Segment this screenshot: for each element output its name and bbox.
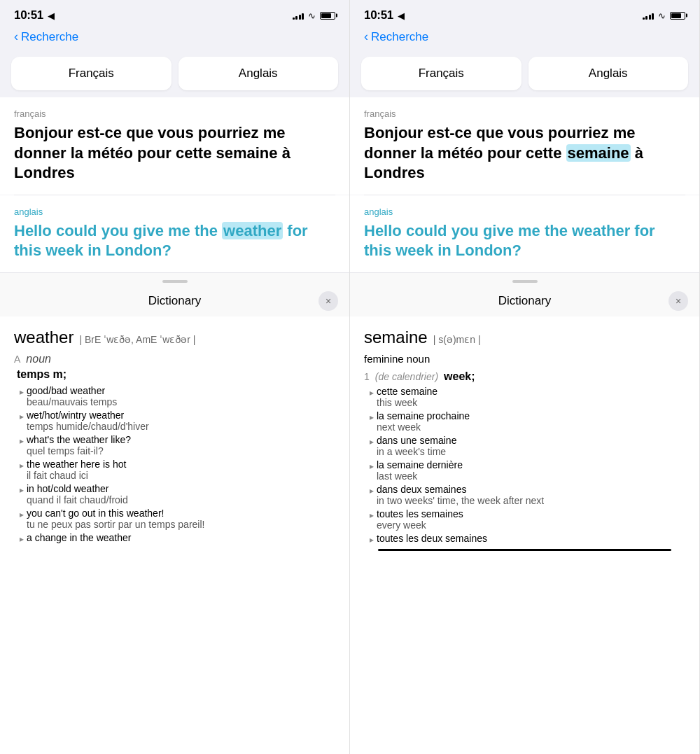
dict-pos-letter-left: A xyxy=(14,354,20,365)
dict-pronunciation-left: | BrE ˈwɛðə, AmE ˈwɛðər | xyxy=(79,334,195,345)
dict-word-line-right: semaine | s(ə)mɛn | xyxy=(364,328,685,347)
english-lang-label-left: anglais xyxy=(14,207,335,217)
dict-content-right: semaine | s(ə)mɛn | feminine noun 1 (de … xyxy=(350,316,699,754)
time-right: 10:51 xyxy=(364,8,393,22)
english-section-left: anglais Hello could you give me the weat… xyxy=(0,195,349,272)
list-item: ▸ in hot/cold weather quand il fait chau… xyxy=(14,483,335,505)
bullet-icon: ▸ xyxy=(370,461,374,471)
bullet-icon: ▸ xyxy=(20,534,24,544)
english-lang-label-right: anglais xyxy=(364,207,685,217)
bullet-icon: ▸ xyxy=(20,485,24,495)
list-item: ▸ good/bad weather beau/mauvais temps xyxy=(14,385,335,407)
list-item: ▸ cette semaine this week xyxy=(364,386,685,408)
dict-numbered-section-right: 1 (de calendrier) week; ▸ cette semaine … xyxy=(364,370,685,545)
back-label-right: Recherche xyxy=(371,30,428,44)
dict-pos-section-left: A noun temps m; ▸ good/bad weather beau/… xyxy=(14,353,335,544)
french-highlight-right: semaine xyxy=(566,144,631,162)
list-item: ▸ a change in the weather xyxy=(14,532,335,544)
dict-word-right: semaine xyxy=(364,328,428,347)
dict-handle-area-right: Dictionary × xyxy=(350,272,699,316)
back-button-right[interactable]: ‹ Recherche xyxy=(364,29,685,44)
tab-francais-right[interactable]: Français xyxy=(361,57,522,90)
bullet-icon: ▸ xyxy=(20,436,24,446)
dict-num-translation-right: week; xyxy=(444,370,475,383)
status-icons-left: ∿ xyxy=(293,11,336,21)
list-item: ▸ dans deux semaines in two weeks' time,… xyxy=(364,484,685,506)
lang-tabs-right: Français Anglais xyxy=(350,50,699,97)
signal-icon-left xyxy=(293,11,304,20)
dict-content-left: weather | BrE ˈwɛðə, AmE ˈwɛðər | A noun… xyxy=(0,316,349,754)
dict-num-right: 1 xyxy=(364,371,370,382)
dict-close-button-left[interactable]: × xyxy=(318,291,338,311)
french-lang-label-left: français xyxy=(14,109,335,119)
dict-feminine-noun-right: feminine noun xyxy=(364,353,685,365)
bullet-icon: ▸ xyxy=(20,461,24,470)
dict-pos-line-left: A noun xyxy=(14,353,335,365)
list-item: ▸ la semaine prochaine next week xyxy=(364,410,685,433)
dict-number-line-right: 1 (de calendrier) week; xyxy=(364,370,685,383)
back-button-left[interactable]: ‹ Recherche xyxy=(14,29,335,44)
wifi-icon-right: ∿ xyxy=(658,11,666,21)
french-section-right: français Bonjour est-ce que vous pourrie… xyxy=(350,97,699,195)
dict-pronunciation-right: | s(ə)mɛn | xyxy=(433,334,481,345)
french-text-right: Bonjour est-ce que vous pourriez me donn… xyxy=(364,123,685,183)
tab-francais-left[interactable]: Français xyxy=(11,57,172,90)
back-chevron-left: ‹ xyxy=(14,29,18,44)
status-icons-right: ∿ xyxy=(643,11,686,21)
dict-close-button-right[interactable]: × xyxy=(668,291,688,311)
wifi-icon-left: ∿ xyxy=(308,11,316,21)
bullet-icon: ▸ xyxy=(370,486,374,496)
dict-drag-handle-left[interactable] xyxy=(162,280,188,283)
english-highlight-left: weather xyxy=(222,222,283,239)
back-chevron-right: ‹ xyxy=(364,29,368,44)
french-lang-label-right: français xyxy=(364,109,685,119)
dict-handle-area-left: Dictionary × xyxy=(0,272,349,316)
dict-primary-translation-left: temps m; xyxy=(14,368,335,381)
location-icon-right: ◀ xyxy=(398,11,405,21)
lang-tabs-left: Français Anglais xyxy=(0,50,349,97)
french-text-left: Bonjour est-ce que vous pourriez me donn… xyxy=(14,123,335,183)
tab-anglais-left[interactable]: Anglais xyxy=(178,57,339,90)
bullet-icon: ▸ xyxy=(370,437,374,447)
dict-word-left: weather xyxy=(14,328,74,347)
dict-examples-right: ▸ cette semaine this week ▸ la semaine p… xyxy=(364,386,685,545)
dict-title-left: Dictionary xyxy=(31,294,318,308)
battery-icon-right xyxy=(670,12,685,20)
english-text-left: Hello could you give me the weather for … xyxy=(14,221,335,261)
bullet-icon: ▸ xyxy=(20,387,24,397)
english-text-right: Hello could you give me the weather for … xyxy=(364,221,685,261)
list-item: ▸ what's the weather like? quel temps fa… xyxy=(14,434,335,456)
list-item: ▸ wet/hot/wintry weather temps humide/ch… xyxy=(14,410,335,432)
left-panel: 10:51 ◀ ∿ ‹ Recherche Français Anglais xyxy=(0,0,350,754)
time-left: 10:51 xyxy=(14,8,43,22)
dict-header-right: Dictionary × xyxy=(350,288,699,316)
dict-examples-left: ▸ good/bad weather beau/mauvais temps ▸ … xyxy=(14,385,335,544)
bullet-icon: ▸ xyxy=(20,510,24,519)
battery-icon-left xyxy=(320,12,335,20)
signal-icon-right xyxy=(643,11,654,20)
dict-title-right: Dictionary xyxy=(381,294,668,308)
list-item: ▸ toutes les deux semaines xyxy=(364,533,685,545)
bullet-icon: ▸ xyxy=(370,510,374,520)
dict-header-left: Dictionary × xyxy=(0,288,349,316)
list-item: ▸ dans une semaine in a week's time xyxy=(364,435,685,457)
back-label-left: Recherche xyxy=(21,30,78,44)
dict-drag-handle-right[interactable] xyxy=(512,280,538,283)
list-item: ▸ you can't go out in this weather! tu n… xyxy=(14,508,335,530)
location-icon-left: ◀ xyxy=(48,11,55,21)
nav-bar-left: ‹ Recherche xyxy=(0,27,349,50)
list-item: ▸ la semaine dernière last week xyxy=(364,459,685,482)
nav-bar-right: ‹ Recherche xyxy=(350,27,699,50)
list-item: ▸ toutes les semaines every week xyxy=(364,508,685,531)
tab-anglais-right[interactable]: Anglais xyxy=(528,57,689,90)
dict-context-right: (de calendrier) xyxy=(375,371,438,382)
french-section-left: français Bonjour est-ce que vous pourrie… xyxy=(0,97,349,195)
dict-pos-left: noun xyxy=(26,353,51,365)
english-section-right: anglais Hello could you give me the weat… xyxy=(350,195,699,272)
bullet-icon: ▸ xyxy=(370,535,374,545)
dict-word-line-left: weather | BrE ˈwɛðə, AmE ˈwɛðər | xyxy=(14,328,335,347)
bullet-icon: ▸ xyxy=(20,412,24,421)
bullet-icon: ▸ xyxy=(370,412,374,422)
right-panel: 10:51 ◀ ∿ ‹ Recherche Français Anglais xyxy=(350,0,700,754)
status-bar-left: 10:51 ◀ ∿ xyxy=(0,0,349,27)
